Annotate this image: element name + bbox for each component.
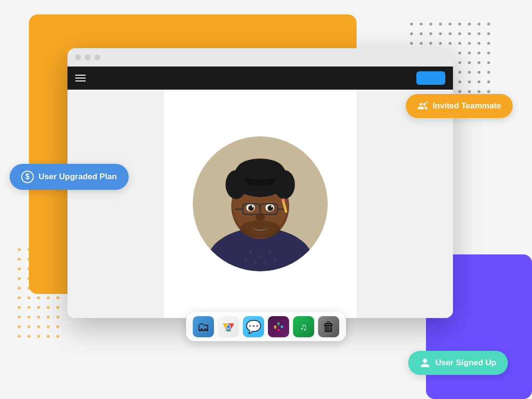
hamburger-menu-icon[interactable] [75,75,86,81]
svg-point-107 [18,316,21,319]
svg-point-14 [458,32,461,35]
svg-point-145 [252,206,253,208]
svg-point-6 [468,23,471,26]
svg-point-102 [18,306,21,309]
user-upgraded-plan-label: User Upgraded Plan [39,172,117,182]
svg-point-85 [47,267,50,270]
dollar-icon: $ [21,171,34,183]
svg-point-86 [56,267,59,270]
svg-point-113 [27,325,30,328]
svg-point-110 [47,316,50,319]
svg-point-91 [56,277,59,280]
svg-point-34 [478,52,480,54]
svg-point-26 [487,42,490,45]
svg-point-74 [37,248,40,251]
svg-point-130 [273,258,276,261]
svg-point-43 [478,61,480,64]
svg-point-128 [254,260,257,263]
nav-cta-button[interactable] [416,71,445,85]
svg-point-50 [458,71,461,74]
svg-point-95 [47,287,50,290]
svg-point-127 [244,258,247,261]
svg-point-25 [478,42,480,45]
svg-point-108 [27,316,30,319]
svg-point-89 [37,277,40,280]
svg-point-52 [478,71,480,74]
svg-point-100 [47,296,50,299]
svg-point-99 [37,296,40,299]
dot-grid-bottom-left [14,245,63,341]
svg-rect-162 [278,322,280,325]
svg-point-112 [18,325,21,328]
svg-point-51 [468,71,471,74]
hamburger-line-2 [75,78,86,79]
svg-point-16 [478,32,480,35]
titlebar-dot-red [75,54,81,60]
svg-point-7 [478,23,480,26]
svg-point-71 [487,90,490,93]
svg-point-22 [449,42,452,45]
browser-main-content [164,90,357,318]
svg-point-79 [37,258,40,261]
svg-point-59 [458,80,461,83]
svg-rect-164 [281,326,283,328]
svg-point-101 [56,296,59,299]
dock-icon-finder[interactable]: 🗂 [193,316,214,337]
user-signed-up-badge: User Signed Up [408,351,508,375]
svg-point-78 [27,258,30,261]
invited-teammate-label: Invited Teammate [433,101,501,111]
hamburger-line-1 [75,75,86,76]
dock-icon-trash[interactable]: 🗑 [318,316,339,337]
chrome-icon [222,320,235,333]
svg-point-20 [429,42,432,45]
svg-point-103 [27,306,30,309]
svg-point-96 [56,287,59,290]
svg-point-126 [268,251,271,253]
svg-point-104 [37,306,40,309]
svg-point-8 [487,23,490,26]
svg-point-117 [18,335,21,338]
svg-point-17 [487,32,490,35]
invited-teammate-badge: + Invited Teammate [406,94,513,118]
svg-point-23 [458,42,461,45]
user-avatar [193,136,328,271]
svg-point-80 [47,258,50,261]
user-upgraded-plan-badge: $ User Upgraded Plan [10,164,129,190]
svg-point-62 [487,80,490,83]
svg-point-53 [487,71,490,74]
svg-point-119 [37,335,40,338]
add-user-icon: + [417,101,428,111]
svg-point-125 [259,255,262,258]
svg-point-3 [439,23,442,26]
svg-point-84 [37,267,40,270]
svg-point-44 [487,61,490,64]
browser-navbar [67,66,453,90]
svg-rect-163 [278,329,280,332]
svg-point-10 [420,32,423,35]
svg-point-90 [47,277,50,280]
svg-point-94 [37,287,40,290]
svg-point-32 [458,52,461,54]
svg-point-120 [47,335,50,338]
dock-icon-chrome[interactable] [218,316,239,337]
svg-point-5 [458,23,461,26]
svg-point-105 [47,306,50,309]
svg-point-35 [487,52,490,54]
svg-point-124 [249,251,252,253]
dock-icon-messages[interactable]: 💬 [243,316,264,337]
svg-point-0 [410,23,413,26]
dock-icon-slack[interactable] [268,316,289,337]
svg-point-118 [27,335,30,338]
svg-point-1 [420,23,423,26]
dock-icon-spotify[interactable]: ♫ [293,316,314,337]
svg-point-41 [458,61,461,64]
browser-titlebar [67,48,453,66]
svg-point-76 [56,248,59,251]
svg-point-83 [27,267,30,270]
svg-point-115 [47,325,50,328]
svg-point-4 [449,23,452,26]
svg-point-2 [429,23,432,26]
svg-point-160 [227,325,230,329]
svg-point-98 [27,296,30,299]
person-illustration [193,136,328,271]
